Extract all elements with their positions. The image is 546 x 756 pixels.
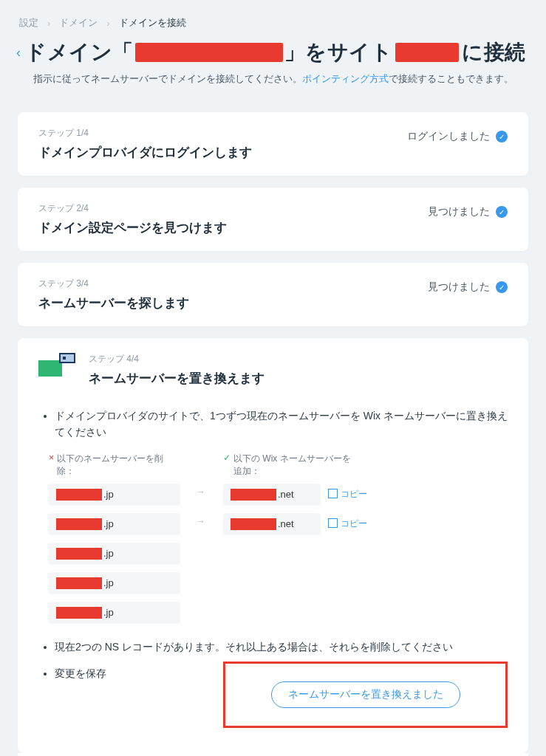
step-number: ステップ 3/4 [38, 278, 189, 290]
step-status-text: ログインしました [407, 130, 490, 143]
chevron-right-icon: › [47, 18, 50, 29]
breadcrumb-domain[interactable]: ドメイン [59, 16, 98, 30]
add-label: ✓以下の Wix ネームサーバーを追加： [223, 453, 508, 478]
subtitle-pre: 指示に従ってネームサーバーでドメインを接続してください。 [33, 73, 302, 84]
redacted-domain [135, 43, 283, 62]
breadcrumb-current: ドメインを接続 [119, 16, 186, 30]
step-number: ステップ 2/4 [38, 202, 227, 215]
arrow-right-icon: → [195, 510, 208, 532]
step-number: ステップ 1/4 [38, 127, 252, 140]
copy-icon [330, 520, 338, 528]
check-icon: ✓ [496, 281, 508, 293]
x-icon: × [49, 453, 54, 463]
ns-remove-item: .jp [49, 513, 180, 535]
action-highlight-box: ネームサーバーを置き換えました [223, 662, 508, 728]
page-subtitle: 指示に従ってネームサーバーでドメインを接続してください。ポインティング方式で接続… [0, 68, 546, 100]
redacted-ns [56, 548, 102, 560]
chevron-right-icon: › [106, 18, 109, 29]
step-title: ネームサーバーを置き換えます [89, 370, 265, 387]
back-button[interactable]: ‹ [16, 45, 21, 61]
redacted-ns [56, 577, 102, 589]
copy-icon [330, 490, 338, 498]
check-icon: ✓ [496, 131, 508, 142]
step-card-4: ステップ 4/4 ネームサーバーを置き換えます ドメインプロバイダのサイトで、1… [18, 338, 528, 753]
redacted-site [395, 43, 459, 62]
step-card-2: ステップ 2/4 ドメイン設定ページを見つけます 見つけました ✓ [18, 188, 528, 251]
ns-add-item: .net [223, 513, 321, 535]
step-card-3: ステップ 3/4 ネームサーバーを探します 見つけました ✓ [18, 263, 528, 326]
add-column: ✓以下の Wix ネームサーバーを追加： .net コピー .net コピー [223, 453, 508, 543]
step-title: ネームサーバーを探します [38, 295, 189, 312]
ns-remove-item: .jp [49, 484, 180, 506]
ns-remove-item: .jp [49, 543, 180, 565]
arrow-right-icon: → [195, 481, 208, 503]
title-mid2: に接続 [462, 38, 526, 66]
step-status-text: 見つけました [428, 281, 490, 294]
redacted-ns [231, 518, 276, 530]
redacted-ns [56, 489, 102, 501]
page-title: ドメイン「 」をサイト に接続 [25, 38, 526, 66]
ns-remove-item: .jp [49, 572, 180, 594]
step-status: 見つけました ✓ [428, 281, 508, 294]
instruction-records: 現在2つの NS レコードがあります。それ以上ある場合は、それらを削除してくださ… [55, 639, 508, 655]
nameserver-grid: ×以下のネームサーバーを削除： .jp .jp .jp .jp .jp → → … [49, 453, 508, 631]
check-icon: ✓ [496, 206, 508, 218]
title-pre: ドメイン「 [25, 38, 134, 66]
arrow-column: → → [195, 453, 208, 540]
breadcrumb-settings[interactable]: 設定 [19, 16, 38, 30]
step-title: ドメイン設定ページを見つけます [38, 219, 227, 236]
help-link[interactable]: ? ヘルプはこちら › [18, 753, 528, 756]
redacted-ns [56, 607, 102, 619]
check-icon: ✓ [223, 453, 231, 463]
subtitle-post: で接続することもできます。 [389, 73, 513, 84]
step-status-text: 見つけました [428, 205, 490, 219]
breadcrumb: 設定 › ドメイン › ドメインを接続 [0, 0, 546, 34]
step-number: ステップ 4/4 [89, 353, 265, 365]
step-status: 見つけました ✓ [428, 205, 508, 219]
page-title-row: ‹ ドメイン「 」をサイト に接続 [0, 34, 546, 68]
step-title: ドメインプロバイダにログインします [38, 144, 252, 161]
copy-button[interactable]: コピー [330, 518, 367, 530]
ns-remove-item: .jp [49, 602, 180, 624]
remove-label: ×以下のネームサーバーを削除： [49, 453, 180, 478]
redacted-ns [56, 518, 102, 530]
step-status: ログインしました ✓ [407, 130, 508, 143]
confirm-replaced-button[interactable]: ネームサーバーを置き換えました [271, 681, 460, 708]
step-card-1: ステップ 1/4 ドメインプロバイダにログインします ログインしました ✓ [18, 112, 528, 176]
title-mid1: 」をサイト [284, 38, 393, 66]
ns-add-item: .net [223, 484, 321, 506]
redacted-ns [231, 489, 276, 501]
pointing-method-link[interactable]: ポインティング方式 [302, 73, 389, 84]
remove-column: ×以下のネームサーバーを削除： .jp .jp .jp .jp .jp [49, 453, 180, 631]
copy-button[interactable]: コピー [330, 488, 367, 501]
instruction-replace: ドメインプロバイダのサイトで、1つずつ現在のネームサーバーを Wix ネームサー… [55, 408, 508, 441]
nameserver-replace-icon [38, 353, 75, 378]
